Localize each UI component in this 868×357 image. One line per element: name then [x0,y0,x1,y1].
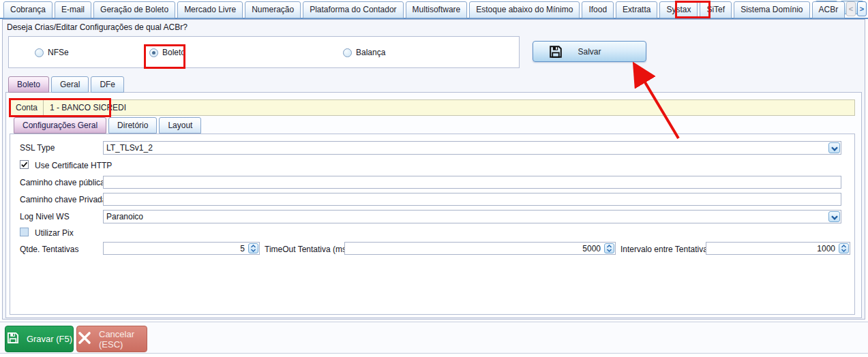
utilizar-pix-checkbox[interactable] [20,228,29,236]
ssl-type-value: LT_TLSv1_2 [104,142,841,154]
tab-scroll-buttons: < > [846,1,867,16]
radio-circle-boleto[interactable] [149,48,158,57]
spinner-up-down-icon [606,243,612,255]
tab-layout[interactable]: Layout [159,117,201,134]
intervalo-tentativas-spinner[interactable] [839,243,849,253]
radio-label-boleto: Boleto [162,48,185,57]
log-nivel-ws-dropdown-button[interactable] [828,211,840,222]
gravar-button[interactable]: Gravar (F5) [5,326,74,352]
use-certificate-http-checkbox[interactable] [20,160,29,169]
caminho-chave-privada-input[interactable] [103,193,841,206]
tab-diretorio[interactable]: Diretório [108,117,157,134]
spinner-up-down-icon [250,243,256,255]
qtde-tentativas-label: Qtde. Tentativas [20,245,79,254]
tab-ifood[interactable]: Ifood [582,1,614,18]
tab-multisoftware[interactable]: Multisoftware [406,1,468,18]
caminho-chave-publica-label: Caminho chave pública [20,178,105,187]
config-tab-bar: Boleto Geral DFe [8,76,124,93]
tab-numeracao[interactable]: Numeração [245,1,301,18]
form-panel: SSL Type LT_TLSv1_2 Use Certificate HTTP… [10,134,855,315]
caminho-chave-publica-input[interactable] [103,176,841,189]
cancelar-button[interactable]: Cancelar (ESC) [76,326,147,352]
conta-label: Conta [10,103,43,112]
question-label: Deseja Crias/Editar Configurações de qua… [7,22,188,32]
qtde-tentativas-input[interactable] [103,242,260,255]
tab-dfe-config[interactable]: DFe [91,76,124,93]
qtde-tentativas-spinner[interactable] [248,243,258,253]
acbr-config-window: Cobrança E-mail Geração de Boleto Mercad… [0,0,868,357]
gravar-button-label: Gravar (F5) [27,334,72,344]
tab-plataforma-do-contador[interactable]: Plataforma do Contador [303,1,403,18]
log-nivel-ws-combobox[interactable]: Paranoico [103,210,841,223]
salvar-button[interactable]: Salvar [533,41,646,62]
tab-geral-config[interactable]: Geral [51,76,89,93]
tab-scroll-right-button[interactable]: > [857,1,867,16]
tab-geracao-de-boleto[interactable]: Geração de Boleto [93,1,175,18]
conta-value: 1 - BANCO SICREDI [44,103,126,112]
log-nivel-ws-label: Log Nivel WS [20,212,70,221]
tab-mercado-livre[interactable]: Mercado Livre [177,1,243,18]
radio-nfse[interactable]: NFSe [35,48,69,57]
cancelar-button-label: Cancelar (ESC) [99,329,147,350]
x-icon [77,330,92,347]
conta-row: Conta 1 - BANCO SICREDI [10,99,855,116]
radio-balanca[interactable]: Balança [343,48,385,57]
tab-sistema-dominio[interactable]: Sistema Domínio [734,1,809,18]
tab-extratta[interactable]: Extratta [616,1,657,18]
tab-acbr[interactable]: ACBr [812,1,845,18]
ssl-type-combobox[interactable]: LT_TLSv1_2 [103,141,841,155]
radio-circle-balanca[interactable] [343,48,352,57]
radio-label-nfse: NFSe [48,48,69,57]
radio-circle-nfse[interactable] [35,48,44,57]
ssl-type-label: SSL Type [20,143,55,153]
spinner-up-down-icon [841,243,847,255]
timeout-tentativa-label: TimeOut Tentativa (ms) [265,245,349,254]
use-certificate-http-label: Use Certificate HTTP [35,161,112,170]
ssl-type-dropdown-button[interactable] [828,142,840,153]
top-tab-bar: Cobrança E-mail Geração de Boleto Mercad… [3,1,846,18]
radio-boleto[interactable]: Boleto [149,48,185,57]
salvar-button-label: Salvar [578,47,601,57]
caminho-chave-privada-label: Caminho chave Privada [20,195,106,204]
floppy-disk-icon [548,44,563,62]
tab-cobranca[interactable]: Cobrança [3,1,53,18]
log-nivel-ws-value: Paranoico [104,211,841,223]
checkmark-icon [20,159,28,171]
utilizar-pix-label: Utilizar Pix [35,228,74,238]
tab-estoque-abaixo-do-minimo[interactable]: Estoque abaixo do Mínimo [469,1,580,18]
chevron-down-icon [831,211,838,223]
tab-boleto-config[interactable]: Boleto [8,76,49,93]
tab-systax[interactable]: Systax [659,1,698,18]
chevron-down-icon [831,142,838,154]
timeout-tentativa-input[interactable] [344,242,616,255]
section-tab-bar: Configurações Geral Diretório Layout [14,117,201,134]
intervalo-tentativas-input[interactable] [706,242,850,255]
timeout-tentativa-spinner[interactable] [604,243,614,253]
radio-label-balanca: Balança [356,48,385,57]
tab-sitef[interactable]: SiTef [700,1,732,18]
tab-scroll-left-button[interactable]: < [846,1,856,16]
acbr-type-group: NFSe Boleto Balança [8,36,520,68]
floppy-disk-icon [6,331,20,347]
tab-configuracoes-geral[interactable]: Configurações Geral [14,117,106,134]
footer-bar: Gravar (F5) Cancelar (ESC) [0,322,868,354]
tab-email[interactable]: E-mail [55,1,91,18]
